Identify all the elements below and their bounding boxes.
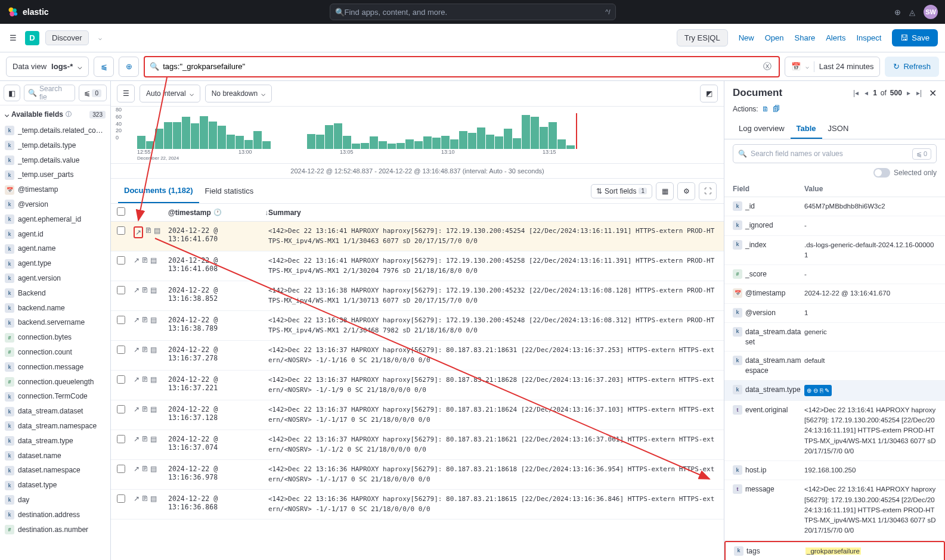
clear-icon[interactable]: ⓧ — [761, 61, 774, 72]
newsfeed-icon[interactable]: ⊕ — [894, 8, 901, 17]
settings-button[interactable]: ⚙ — [677, 182, 695, 200]
histogram-bar[interactable] — [343, 136, 351, 150]
field-item[interactable]: #connection.count — [0, 345, 110, 360]
field-item[interactable]: kagent.version — [0, 271, 110, 286]
chevron-down-icon[interactable]: ⌵ — [98, 35, 102, 41]
refresh-button[interactable]: ↻ Refresh — [885, 57, 939, 77]
table-row[interactable]: ↗ 🖹 ▤ 2024-12-22 @ 13:16:37.074 <142>Dec… — [111, 430, 724, 460]
next-page-icon[interactable]: ▸ — [906, 88, 912, 98]
field-item[interactable]: kbackend.name — [0, 301, 110, 316]
copy-icon[interactable]: ▤ — [150, 405, 157, 413]
copy-icon[interactable]: ▤ — [150, 435, 157, 443]
copy-icon[interactable]: ▤ — [150, 346, 157, 354]
histogram-bar[interactable] — [477, 127, 485, 149]
interval-selector[interactable]: Auto interval ⌵ — [140, 85, 200, 102]
flyout-field-row[interactable]: k@version 1 — [724, 304, 945, 323]
histogram-bar[interactable] — [200, 116, 208, 150]
flyout-field-row[interactable]: tmessage <142>Dec 22 13:16:41 HAPROXY ha… — [724, 480, 945, 540]
flyout-tab-table[interactable]: Table — [791, 119, 822, 139]
close-icon[interactable]: ✕ — [929, 88, 937, 99]
copy-icon[interactable]: ▤ — [150, 465, 157, 473]
row-checkbox[interactable] — [117, 286, 125, 294]
density-button[interactable]: ▦ — [656, 182, 674, 200]
view-icon[interactable]: 🖹 — [141, 316, 148, 324]
histogram-bar[interactable] — [405, 139, 414, 150]
avatar[interactable]: SW — [924, 5, 938, 19]
app-title-button[interactable]: Discover — [45, 30, 89, 45]
histogram-bar[interactable] — [244, 140, 253, 149]
table-row[interactable]: ↗ 🖹 ▤ 2024-12-22 @ 13:16:37.221 <142>Dec… — [111, 371, 724, 400]
row-checkbox[interactable] — [117, 346, 125, 354]
view-icon[interactable]: 🖹 — [141, 346, 148, 354]
field-item[interactable]: k_temp.details.type — [0, 138, 110, 153]
tab-documents[interactable]: Documents (1,182) — [118, 179, 199, 203]
nav-menu-button[interactable]: ☰ — [7, 31, 19, 45]
field-actions[interactable]: ⊕ ⊖ ⎘ ✎ — [804, 385, 832, 396]
field-item[interactable]: 📅@timestamp — [0, 182, 110, 197]
histogram-bar[interactable] — [370, 136, 378, 149]
histogram-bar[interactable] — [209, 122, 217, 150]
expand-icon[interactable]: ↗ — [134, 286, 140, 294]
row-checkbox[interactable] — [117, 494, 125, 503]
save-button[interactable]: 🖫 Save — [892, 29, 938, 46]
field-item[interactable]: kdata_stream.namespace — [0, 419, 110, 434]
row-checkbox[interactable] — [117, 256, 125, 265]
flyout-field-row[interactable]: kdata_stream.dataset generic — [724, 323, 945, 352]
edit-lens-button[interactable]: ◩ — [700, 85, 718, 102]
data-view-selector[interactable]: Data view logs-* ⌵ — [6, 57, 89, 77]
table-row[interactable]: ↗ 🖹 ▤ 2024-12-22 @ 13:16:37.128 <142>Dec… — [111, 400, 724, 430]
histogram-bar[interactable] — [352, 144, 360, 149]
tab-field-statistics[interactable]: Field statistics — [199, 179, 260, 203]
single-doc-icon[interactable]: 🗎 — [762, 105, 769, 113]
histogram-bar[interactable] — [316, 135, 324, 149]
flyout-field-row[interactable]: ktags _grokparsefailure — [724, 541, 945, 560]
histogram-bar[interactable] — [495, 136, 503, 149]
histogram-bar[interactable] — [307, 134, 315, 150]
histogram-bar[interactable] — [361, 143, 369, 150]
table-row[interactable]: ↗ 🖹 ▤ 2024-12-22 @ 13:16:38.852 <142>Dec… — [111, 281, 724, 311]
field-item[interactable]: kdata_stream.dataset — [0, 404, 110, 419]
last-page-icon[interactable]: ▸| — [915, 88, 923, 98]
alerts-link[interactable]: Alerts — [826, 33, 845, 42]
row-checkbox[interactable] — [117, 375, 125, 384]
expand-icon[interactable]: ↗ — [134, 346, 140, 354]
histogram-bar[interactable] — [227, 135, 235, 149]
view-icon[interactable]: 🖹 — [141, 494, 148, 503]
field-item[interactable]: kdataset.name — [0, 449, 110, 463]
available-fields-header[interactable]: ⌵ Available fields ⓘ 323 — [0, 105, 110, 123]
view-icon[interactable]: 🖹 — [141, 286, 148, 294]
share-link[interactable]: Share — [795, 33, 816, 42]
expand-icon[interactable]: ↗ — [134, 494, 140, 503]
table-row[interactable]: ↗ 🖹 ▤ 2024-12-22 @ 13:16:38.789 <142>Dec… — [111, 311, 724, 341]
flyout-tab-json[interactable]: JSON — [822, 119, 855, 139]
field-item[interactable]: kdataset.type — [0, 478, 110, 493]
field-item[interactable]: k@version — [0, 197, 110, 212]
copy-icon[interactable]: ▤ — [150, 494, 157, 503]
new-link[interactable]: New — [739, 33, 754, 42]
view-icon[interactable]: 🖹 — [141, 405, 148, 413]
field-item[interactable]: k_temp.details.related_command — [0, 123, 110, 138]
sort-fields-button[interactable]: ⇅ Sort fields 1 — [591, 184, 652, 198]
flyout-field-row[interactable]: tevent.original <142>Dec 22 13:16:41 HAP… — [724, 401, 945, 461]
histogram-bar[interactable] — [459, 131, 467, 149]
copy-icon[interactable]: ▤ — [154, 226, 160, 238]
kql-query-input[interactable]: 🔍 ⓧ — [144, 56, 779, 77]
histogram-bar[interactable] — [557, 139, 566, 150]
flyout-field-row[interactable]: #_score - — [724, 265, 945, 284]
histogram-bar[interactable] — [468, 133, 476, 149]
timerange-picker[interactable]: 📅 ⌵ Last 24 minutes — [785, 57, 881, 77]
histogram-bar[interactable] — [549, 122, 557, 149]
col-summary[interactable]: Summary — [268, 209, 718, 217]
field-item[interactable]: kagent.type — [0, 256, 110, 271]
histogram-bar[interactable] — [155, 129, 163, 149]
surrounding-docs-icon[interactable]: 🗐 — [773, 105, 780, 113]
select-all-checkbox[interactable] — [117, 207, 125, 216]
histogram-bar[interactable] — [334, 123, 342, 150]
field-item[interactable]: kconnection.TermCode — [0, 389, 110, 404]
field-item[interactable]: kdataset.namespace — [0, 463, 110, 478]
table-row[interactable]: ↗ 🖹 ▤ 2024-12-22 @ 13:16:41.670 <142>Dec… — [111, 222, 724, 251]
copy-icon[interactable]: ▤ — [150, 286, 157, 294]
help-icon[interactable]: ◬ — [909, 8, 915, 17]
field-filter-button[interactable]: ⫹ 0 — [79, 85, 107, 101]
histogram-bar[interactable] — [379, 141, 387, 150]
